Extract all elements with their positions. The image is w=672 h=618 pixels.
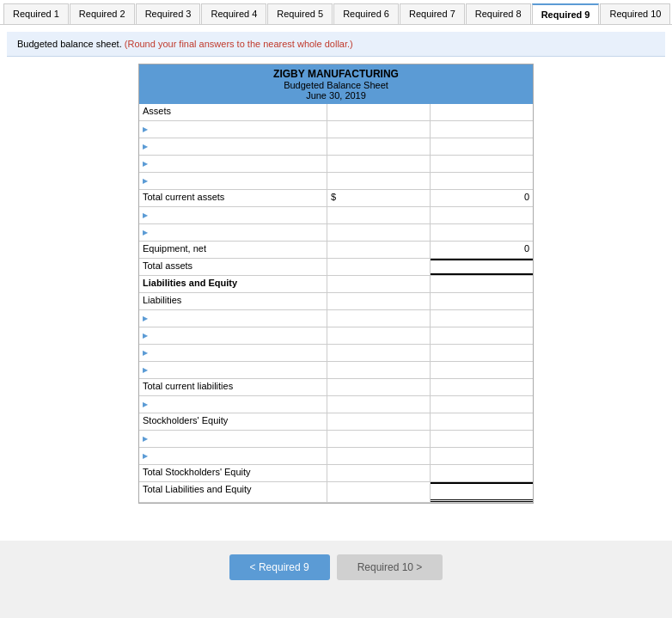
tab-required-5[interactable]: Required 5 (267, 3, 333, 24)
sheet-body: Assets ▶ ▶ ▶ (139, 104, 533, 503)
equipment-net-row: Equipment, net 0 (139, 242, 533, 259)
total-stockholders-equity-value[interactable] (431, 465, 533, 481)
equipment-net-label: Equipment, net (143, 243, 206, 254)
liabilities-equity-label: Liabilities and Equity (143, 278, 237, 288)
equity-row-2: ▶ (139, 448, 533, 465)
asset-row-2: ▶ (139, 138, 533, 156)
liabilities-label: Liabilities (143, 295, 181, 305)
sheet-date: June 30, 2019 (143, 90, 529, 101)
asset-row-2-col1[interactable] (327, 138, 429, 155)
sheet-container: ZIGBY MANUFACTURING Budgeted Balance She… (138, 64, 534, 504)
asset-row-4-col1[interactable] (327, 173, 429, 189)
equity-row-1-col2[interactable] (431, 431, 533, 447)
liability-row-3: ▶ (139, 345, 533, 362)
asset-row-6: ▶ (139, 224, 533, 242)
liability-row-2-col1[interactable] (327, 327, 429, 344)
equipment-net-value: 0 (524, 243, 529, 254)
tab-required-8[interactable]: Required 8 (466, 3, 531, 24)
total-assets-label: Total assets (143, 260, 192, 271)
instruction-text: Budgeted balance sheet. (17, 39, 122, 49)
total-liabilities-equity-row: Total Liabilities and Equity (139, 482, 533, 503)
total-assets-row: Total assets (139, 259, 533, 276)
liabilities-equity-header-row: Liabilities and Equity (139, 276, 533, 293)
next-button[interactable]: Required 10 > (337, 554, 443, 580)
asset-row-3-col1[interactable] (327, 156, 429, 172)
liability-row-3-col2[interactable] (431, 345, 533, 361)
liability-row-5: ▶ (139, 396, 533, 413)
equity-row-1: ▶ (139, 431, 533, 448)
tabs-bar: Required 1 Required 2 Required 3 Require… (0, 0, 672, 25)
sheet-title: Budgeted Balance Sheet (143, 80, 529, 90)
asset-row-3-col2[interactable] (431, 156, 533, 172)
liability-row-3-col1[interactable] (327, 345, 429, 361)
liability-row-4-col2[interactable] (431, 362, 533, 378)
total-stockholders-equity-label: Total Stockholders' Equity (143, 467, 251, 477)
total-liabilities-equity-label: Total Liabilities and Equity (143, 484, 252, 494)
equity-row-1-col1[interactable] (327, 431, 429, 447)
tab-required-7[interactable]: Required 7 (400, 3, 465, 24)
dollar-sign: $ (331, 192, 336, 202)
equity-row-2-col2[interactable] (431, 448, 533, 464)
liability-row-1-col2[interactable] (431, 310, 533, 327)
liability-row-5-col1[interactable] (327, 396, 429, 413)
assets-label: Assets (143, 106, 171, 116)
equity-row-2-col1[interactable] (327, 448, 429, 464)
total-current-liabilities-label: Total current liabilities (143, 381, 233, 391)
asset-row-6-col1[interactable] (327, 224, 429, 241)
liability-row-4-col1[interactable] (327, 362, 429, 378)
total-stockholders-equity-row: Total Stockholders' Equity (139, 465, 533, 482)
asset-row-1: ▶ (139, 121, 533, 138)
total-current-assets-label: Total current assets (143, 192, 224, 202)
stockholders-equity-header-row: Stockholders' Equity (139, 413, 533, 431)
sheet-header: ZIGBY MANUFACTURING Budgeted Balance She… (139, 64, 533, 104)
instruction-highlight: (Round your final answers to the nearest… (125, 39, 353, 49)
tab-required-4[interactable]: Required 4 (201, 3, 266, 24)
tab-required-10[interactable]: Required 10 (600, 3, 670, 24)
asset-row-5-col2[interactable] (431, 207, 533, 223)
liability-row-4: ▶ (139, 362, 533, 379)
bottom-nav: < Required 9 Required 10 > (0, 541, 672, 594)
liability-row-5-col2[interactable] (431, 396, 533, 413)
asset-row-2-col2[interactable] (431, 138, 533, 155)
asset-row-4-col2[interactable] (431, 173, 533, 189)
asset-row-5: ▶ (139, 207, 533, 224)
tab-required-1[interactable]: Required 1 (3, 3, 69, 24)
asset-row-1-col2[interactable] (431, 121, 533, 138)
assets-header-row: Assets (139, 104, 533, 121)
prev-button[interactable]: < Required 9 (229, 554, 330, 580)
company-name: ZIGBY MANUFACTURING (143, 68, 529, 80)
asset-row-5-col1[interactable] (327, 207, 429, 223)
total-current-assets-row: Total current assets $ 0 (139, 190, 533, 207)
liability-row-1-col1[interactable] (327, 310, 429, 327)
total-current-assets-value: 0 (524, 192, 529, 202)
tab-required-9[interactable]: Required 9 (532, 3, 600, 24)
tab-required-2[interactable]: Required 2 (70, 3, 135, 24)
instruction-bar: Budgeted balance sheet. (Round your fina… (7, 32, 665, 57)
liability-row-2-col2[interactable] (431, 327, 533, 344)
liability-row-1: ▶ (139, 310, 533, 327)
total-current-liabilities-row: Total current liabilities (139, 379, 533, 396)
stockholders-equity-label: Stockholders' Equity (143, 415, 228, 425)
asset-row-1-col1[interactable] (327, 121, 429, 138)
liability-row-2: ▶ (139, 327, 533, 345)
asset-row-6-col2[interactable] (431, 224, 533, 241)
tab-required-3[interactable]: Required 3 (136, 3, 201, 24)
tab-required-6[interactable]: Required 6 (333, 3, 399, 24)
asset-row-3: ▶ (139, 156, 533, 173)
total-current-liabilities-value[interactable] (431, 379, 533, 395)
liabilities-header-row: Liabilities (139, 293, 533, 310)
asset-row-4: ▶ (139, 173, 533, 190)
total-liabilities-equity-value[interactable] (431, 484, 533, 499)
